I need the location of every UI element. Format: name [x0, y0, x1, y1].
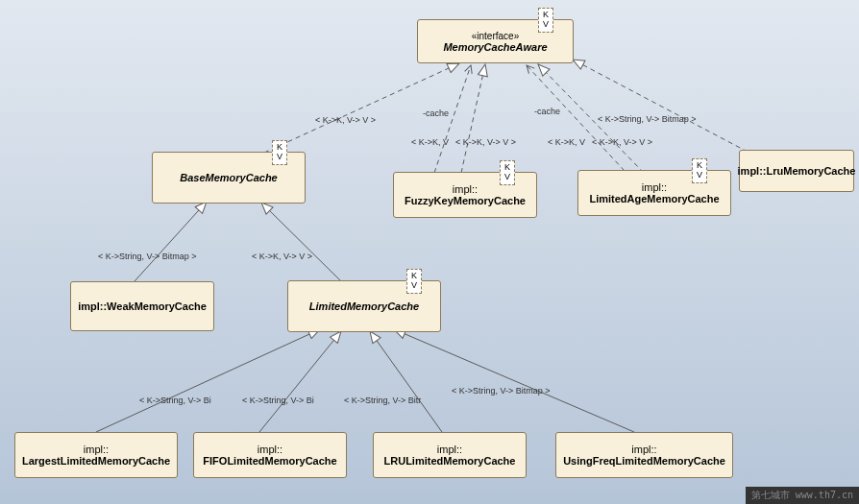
watermark-text: 第七城市 [751, 490, 790, 500]
pkg: impl:: [258, 444, 282, 455]
pkg: impl:: [78, 300, 107, 312]
class-name: FuzzyKeyMemoryCache [405, 195, 526, 206]
svg-line-1 [461, 64, 485, 173]
bind-label: < K->String, V-> Bi [242, 396, 314, 405]
bind-label: < K->String, V-> Bitmap > [452, 386, 551, 396]
assoc-label-cache: -cache [423, 108, 449, 118]
bind-label: < K->K, V-> V > [592, 137, 652, 147]
class-name: LargestLimitedMemoryCache [22, 455, 170, 467]
bind-label: < K->K, V-> V > [455, 137, 516, 147]
class-name: BaseMemoryCache [180, 172, 278, 183]
bind-label: < K->String, V-> Bi [139, 396, 211, 405]
svg-line-8 [96, 329, 320, 432]
svg-line-10 [370, 331, 442, 432]
class-name: LruMemoryCache [767, 165, 856, 177]
class-fuzzykeymemorycache[interactable]: impl:: FuzzyKeyMemoryCache [393, 172, 537, 218]
class-name: WeakMemoryCache [107, 300, 207, 312]
svg-line-7 [261, 203, 341, 281]
svg-line-4 [434, 65, 471, 173]
template-params: K V [406, 269, 422, 294]
assoc-label-cache: -cache [534, 107, 560, 116]
bind-label: < K->String, V-> Bitmap > [598, 114, 697, 124]
stereotype: «interface» [472, 31, 519, 41]
class-lrulimitedmemorycache[interactable]: impl:: LRULimitedMemoryCache [373, 432, 527, 478]
svg-line-9 [259, 331, 341, 432]
bind-label: < K->K, V [411, 137, 449, 147]
watermark: 第七城市 www.th7.cn [746, 487, 859, 504]
template-params: K V [500, 160, 515, 185]
class-lrumemorycache[interactable]: impl::LruMemoryCache [739, 150, 854, 192]
watermark-url: www.th7.cn [796, 490, 853, 500]
pkg: impl:: [631, 444, 656, 455]
class-limitedagememorycache[interactable]: impl:: LimitedAgeMemoryCache [577, 170, 731, 216]
class-usingfreqlimitedmemorycache[interactable]: impl:: UsingFreqLimitedMemoryCache [555, 432, 733, 478]
bind-label: < K->String, V-> Bitmap > [98, 252, 197, 261]
class-largestlimitedmemorycache[interactable]: impl:: LargestLimitedMemoryCache [14, 432, 178, 478]
class-name: LRULimitedMemoryCache [384, 455, 516, 467]
template-params: K V [272, 140, 287, 165]
svg-line-11 [394, 329, 634, 432]
pkg: impl:: [453, 183, 478, 195]
pkg: impl:: [738, 165, 767, 177]
template-params: K V [692, 158, 707, 183]
bind-label: < K->K, V-> V > [252, 252, 312, 261]
pkg: impl:: [437, 444, 462, 455]
class-name: LimitedAgeMemoryCache [589, 193, 719, 204]
class-name: UsingFreqLimitedMemoryCache [563, 455, 725, 467]
bind-label: < K->K, V-> V > [315, 115, 376, 125]
bind-label: < K->K, V [548, 137, 585, 147]
svg-line-6 [135, 202, 207, 281]
pkg: impl:: [642, 181, 667, 193]
bind-label: < K->String, V-> Bitr [344, 396, 421, 405]
class-name: FIFOLimitedMemoryCache [203, 455, 336, 467]
class-weakmemorycache[interactable]: impl::WeakMemoryCache [70, 281, 214, 331]
class-fifolimitedmemorycache[interactable]: impl:: FIFOLimitedMemoryCache [193, 432, 347, 478]
class-name: MemoryCacheAware [443, 41, 547, 53]
class-name: LimitedMemoryCache [309, 300, 419, 312]
pkg: impl:: [84, 444, 109, 455]
template-params: K V [538, 8, 553, 33]
